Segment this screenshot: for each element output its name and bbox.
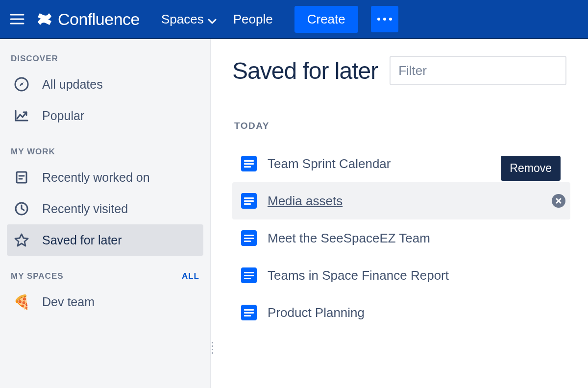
page-icon — [241, 230, 257, 246]
sidebar-heading-mywork: MY WORK — [7, 147, 203, 162]
sidebar-item-saved-for-later[interactable]: Saved for later — [7, 224, 203, 256]
remove-button[interactable] — [552, 194, 565, 208]
remove-tooltip: Remove — [501, 156, 561, 181]
page-icon — [241, 267, 257, 283]
sidebar-item-label: Recently visited — [42, 202, 128, 216]
page-icon — [241, 305, 257, 320]
group-heading-today: TODAY — [232, 121, 570, 131]
star-icon — [14, 232, 29, 248]
create-button[interactable]: Create — [294, 6, 358, 33]
nav-spaces[interactable]: Spaces — [161, 11, 217, 28]
sidebar-item-label: All updates — [42, 77, 103, 92]
nav-people[interactable]: People — [233, 12, 273, 27]
saved-item-row[interactable]: Teams in Space Finance Report — [232, 257, 570, 294]
pizza-icon: 🍕 — [14, 294, 29, 310]
sidebar-space-dev-team[interactable]: 🍕 Dev team — [7, 286, 203, 317]
sidebar-item-recently-worked-on[interactable]: Recently worked on — [7, 162, 203, 193]
main-content: Saved for later TODAY Team Sprint Calend… — [211, 39, 588, 388]
svg-rect-4 — [17, 172, 26, 183]
sidebar-section-mywork: MY WORK Recently worked on Recently visi… — [7, 147, 203, 256]
saved-item-title: Teams in Space Finance Report — [268, 268, 449, 283]
sidebar-section-myspaces: MY SPACES ALL 🍕 Dev team — [7, 271, 203, 317]
sidebar-item-label: Saved for later — [42, 233, 122, 247]
saved-item-title: Team Sprint Calendar — [268, 156, 391, 171]
confluence-logo-icon — [36, 11, 53, 27]
dots-icon — [377, 18, 380, 21]
nav-people-label: People — [233, 12, 273, 27]
all-spaces-link[interactable]: ALL — [182, 271, 199, 281]
saved-item-row[interactable]: Media assets Remove — [232, 182, 570, 219]
close-icon — [555, 197, 562, 204]
product-name: Confluence — [58, 10, 140, 29]
sidebar-item-label: Popular — [42, 109, 84, 123]
top-navigation: Confluence Spaces People Create — [0, 0, 588, 39]
filter-input[interactable] — [390, 56, 566, 85]
trending-icon — [14, 108, 29, 123]
saved-item-title: Product Planning — [268, 305, 365, 320]
clock-icon — [14, 201, 29, 217]
saved-item-title: Meet the SeeSpaceEZ Team — [268, 231, 430, 246]
product-logo[interactable]: Confluence — [36, 10, 140, 29]
saved-item-row[interactable]: Product Planning — [232, 294, 570, 331]
sidebar-item-popular[interactable]: Popular — [7, 100, 203, 131]
sidebar-item-all-updates[interactable]: All updates — [7, 69, 203, 100]
sidebar: DISCOVER All updates Popular MY WORK — [0, 39, 211, 388]
compass-icon — [14, 76, 29, 92]
page-title: Saved for later — [232, 57, 378, 84]
sidebar-item-label: Recently worked on — [42, 170, 150, 185]
sidebar-heading-myspaces: MY SPACES ALL — [7, 271, 203, 286]
nav-spaces-label: Spaces — [161, 12, 204, 27]
nav-links: Spaces People — [161, 11, 273, 28]
page-icon — [241, 156, 257, 171]
sidebar-item-recently-visited[interactable]: Recently visited — [7, 193, 203, 224]
sidebar-item-label: Dev team — [42, 295, 95, 309]
main-header: Saved for later — [232, 56, 570, 85]
more-actions-button[interactable] — [371, 6, 398, 32]
page-icon — [241, 193, 257, 209]
saved-item-title: Media assets — [268, 194, 343, 209]
menu-icon[interactable] — [10, 13, 24, 25]
saved-item-row[interactable]: Meet the SeeSpaceEZ Team — [232, 219, 570, 257]
document-icon — [14, 170, 29, 185]
sidebar-heading-discover: DISCOVER — [7, 54, 203, 69]
chevron-down-icon — [208, 13, 217, 28]
sidebar-section-discover: DISCOVER All updates Popular — [7, 54, 203, 131]
